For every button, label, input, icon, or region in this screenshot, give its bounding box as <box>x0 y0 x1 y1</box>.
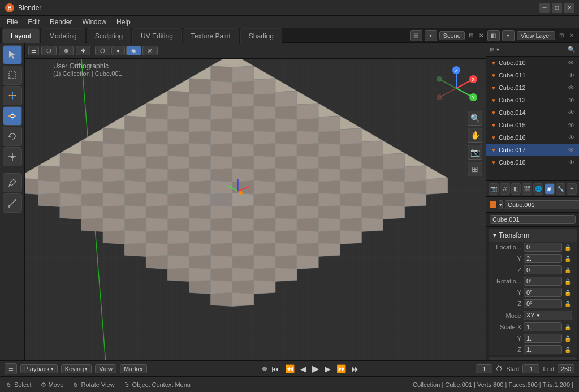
vp-perspective-btn[interactable]: ⬡ <box>41 46 57 55</box>
scale-tool[interactable] <box>3 147 22 166</box>
close-button[interactable]: ✕ <box>564 3 574 13</box>
lock-x-icon[interactable]: 🔒 <box>564 244 572 251</box>
eye-icon-0[interactable]: 👁 <box>568 59 574 66</box>
outliner-icon[interactable]: ⊞ <box>490 46 494 53</box>
marker-btn[interactable]: Marker <box>120 364 147 373</box>
lock-y-icon[interactable]: 🔒 <box>564 256 572 262</box>
tab-uvediting[interactable]: UV Editing <box>132 28 182 43</box>
viewport[interactable]: ☰ ⬡ ⊕ ✥ ⬡ ● ◉ ◎ User Orthographic (1) Co… <box>25 43 486 360</box>
scale-z-input[interactable] <box>524 345 562 354</box>
props-scene-icon[interactable]: 🎬 <box>522 183 532 195</box>
props-output-icon[interactable]: 🖨 <box>500 183 510 195</box>
viewlayer-link-icon[interactable]: ⊡ <box>558 32 565 40</box>
props-world-icon[interactable]: 🌐 <box>533 183 543 195</box>
location-x-input[interactable] <box>524 243 562 252</box>
viewlayer-selector[interactable]: View Layer <box>517 31 555 40</box>
props-view-icon[interactable]: ◧ <box>511 183 521 195</box>
outliner-item-cube016[interactable]: ▼ Cube.016 👁 <box>486 131 579 144</box>
rendered-btn[interactable]: ◎ <box>142 46 158 55</box>
rotate-tool[interactable] <box>3 127 22 146</box>
tl-view-btn[interactable]: View <box>95 364 116 373</box>
tab-sculpting[interactable]: Sculpting <box>87 28 131 43</box>
outliner-filter-icon[interactable]: ▾ <box>496 46 499 53</box>
eye-icon-2[interactable]: 👁 <box>568 84 574 91</box>
delta-transform-header[interactable]: ▶ Delta Transform <box>489 357 577 360</box>
tab-modeling[interactable]: Modeling <box>41 28 85 43</box>
object-name-input[interactable] <box>505 200 579 209</box>
measure-tool[interactable] <box>3 193 22 213</box>
scene-selector[interactable]: Scene <box>439 31 465 40</box>
material-btn[interactable]: ◉ <box>126 46 141 55</box>
camera-btn[interactable]: 📷 <box>468 145 482 160</box>
timeline-header-icon[interactable]: ☰ <box>5 363 17 374</box>
scale-x-input[interactable] <box>524 322 562 331</box>
scene-link-icon[interactable]: ⊡ <box>467 32 475 40</box>
viewlayer-icon-btn[interactable]: ◧ <box>487 30 500 41</box>
eye-icon-4[interactable]: 👁 <box>568 109 574 116</box>
hand-btn[interactable]: ✋ <box>468 128 482 143</box>
current-frame-input[interactable] <box>476 364 492 373</box>
rot-lock-x-icon[interactable]: 🔒 <box>564 278 572 285</box>
wireframe-btn[interactable]: ⬡ <box>95 46 110 55</box>
location-z-input[interactable] <box>524 265 562 274</box>
outliner-search-icon[interactable]: 🔍 <box>568 46 576 53</box>
next-frame-btn[interactable]: ▶ <box>323 364 332 373</box>
rotation-z-input[interactable] <box>524 299 562 308</box>
menu-window[interactable]: Window <box>77 17 111 27</box>
rotation-y-input[interactable] <box>524 288 562 297</box>
eye-icon-7[interactable]: 👁 <box>568 147 574 153</box>
outliner-item-cube014[interactable]: ▼ Cube.014 👁 <box>486 106 579 119</box>
eye-icon-3[interactable]: 👁 <box>568 97 574 104</box>
props-modifier-icon[interactable]: 🔧 <box>556 183 566 195</box>
next-keyframe-btn[interactable]: ⏩ <box>335 364 347 373</box>
eye-icon-6[interactable]: 👁 <box>568 134 574 141</box>
maximize-button[interactable]: □ <box>552 3 562 13</box>
move-tool[interactable] <box>3 86 22 105</box>
solid-btn[interactable]: ● <box>111 46 125 55</box>
grid-btn[interactable]: ⊞ <box>468 162 482 176</box>
scale-lock-y[interactable]: 🔒 <box>564 335 572 342</box>
scale-y-input[interactable] <box>524 334 562 343</box>
select-box-tool[interactable] <box>3 66 22 85</box>
object-full-name-input[interactable] <box>490 215 576 224</box>
props-object-icon[interactable]: ◉ <box>545 183 555 195</box>
viewlayer-add-icon[interactable]: ✕ <box>568 32 576 40</box>
playback-btn[interactable]: Playback ▾ <box>20 364 58 373</box>
zoom-in-btn[interactable]: 🔍 <box>468 111 482 126</box>
menu-render[interactable]: Render <box>45 17 76 27</box>
keying-btn[interactable]: Keying ▾ <box>61 364 92 373</box>
eye-icon-5[interactable]: 👁 <box>568 122 574 128</box>
outliner-item-cube011[interactable]: ▼ Cube.011 👁 <box>486 69 579 81</box>
end-frame-input[interactable] <box>558 364 574 373</box>
viewlayer-dropdown-btn[interactable]: ▾ <box>502 30 515 41</box>
props-dropdown-btn[interactable]: ▾ <box>499 200 503 209</box>
scene-add-icon[interactable]: ✕ <box>477 32 485 40</box>
play-btn[interactable]: ▶ <box>311 363 320 374</box>
menu-help[interactable]: Help <box>112 17 135 27</box>
rot-lock-y-icon[interactable]: 🔒 <box>564 290 572 296</box>
menu-edit[interactable]: Edit <box>23 17 44 27</box>
jump-start-btn[interactable]: ⏮ <box>270 364 280 373</box>
outliner-item-cube010[interactable]: ▼ Cube.010 👁 <box>486 57 579 69</box>
viewport-canvas[interactable] <box>25 43 486 360</box>
props-render-icon[interactable]: 📷 <box>489 183 499 195</box>
tab-texturepaint[interactable]: Texture Paint <box>183 28 239 43</box>
eye-icon-8[interactable]: 👁 <box>568 159 574 166</box>
props-particle-icon[interactable]: ✦ <box>567 183 577 195</box>
jump-end-btn[interactable]: ⏭ <box>351 364 361 373</box>
outliner-item-cube018[interactable]: ▼ Cube.018 👁 <box>486 156 579 169</box>
annotate-tool[interactable] <box>3 173 22 192</box>
location-y-input[interactable] <box>524 254 562 263</box>
vp-gizmo-btn[interactable]: ✥ <box>76 46 90 55</box>
tab-shading[interactable]: Shading <box>240 28 282 43</box>
tab-layout[interactable]: Layout <box>2 28 40 43</box>
minimize-button[interactable]: ─ <box>539 3 550 13</box>
lock-z-icon[interactable]: 🔒 <box>564 267 572 273</box>
rot-lock-z-icon[interactable]: 🔒 <box>564 301 572 307</box>
prev-keyframe-btn[interactable]: ⏪ <box>284 364 296 373</box>
eye-icon-1[interactable]: 👁 <box>568 72 574 79</box>
outliner-item-cube013[interactable]: ▼ Cube.013 👁 <box>486 94 579 106</box>
rotation-x-input[interactable] <box>524 277 562 286</box>
scale-lock-x[interactable]: 🔒 <box>564 324 572 330</box>
outliner-item-cube012[interactable]: ▼ Cube.012 👁 <box>486 81 579 94</box>
